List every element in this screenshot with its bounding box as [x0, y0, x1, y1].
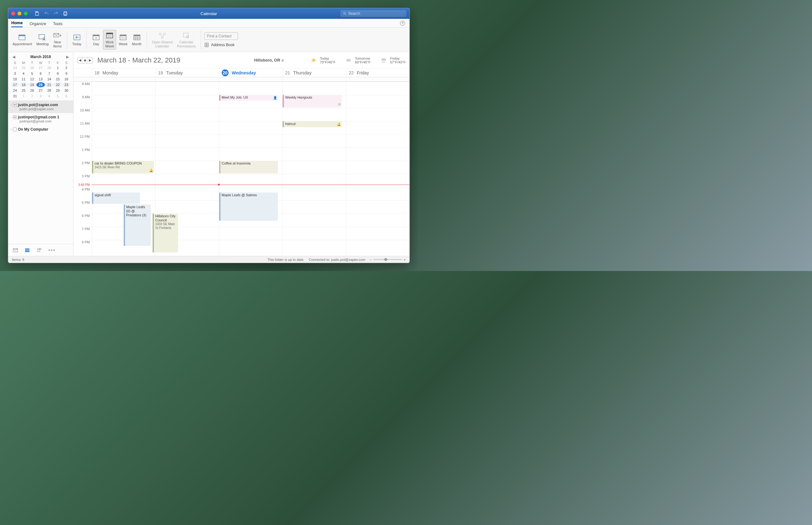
- maximize-window[interactable]: [24, 12, 28, 15]
- day-header[interactable]: 18Monday: [92, 69, 155, 77]
- mini-day[interactable]: 31: [11, 93, 19, 99]
- mini-day[interactable]: 29: [54, 88, 62, 93]
- tab-home[interactable]: Home: [11, 20, 22, 27]
- mini-day[interactable]: 8: [54, 71, 62, 76]
- calendar-event[interactable]: car to dealer BRING COUPON1415 SE River …: [92, 161, 154, 173]
- mini-day[interactable]: 13: [36, 77, 45, 81]
- tab-organize[interactable]: Organize: [30, 21, 46, 27]
- mini-day[interactable]: 6: [62, 93, 71, 99]
- weather-location[interactable]: Hillsboro, OR ⇵: [254, 58, 284, 62]
- next-month[interactable]: ▶: [66, 55, 69, 59]
- day-header[interactable]: 21Thursday: [282, 69, 346, 77]
- time-grid[interactable]: 8 AM9 AM10 AM11 AM12 PM1 PM2 PM3 PM4 PM5…: [74, 81, 409, 256]
- redo-icon[interactable]: [54, 11, 58, 16]
- mini-day[interactable]: 4: [45, 93, 54, 99]
- mini-day[interactable]: 1: [54, 65, 62, 70]
- mini-day[interactable]: 28: [45, 88, 54, 93]
- mini-day[interactable]: 2: [28, 93, 36, 99]
- day-column[interactable]: [346, 81, 409, 256]
- calendar-event[interactable]: Meet My Job: UX👤: [219, 95, 278, 101]
- mini-day[interactable]: 22: [54, 82, 62, 87]
- find-contact-input[interactable]: Find a Contact: [204, 32, 238, 40]
- mini-day[interactable]: 27: [36, 65, 45, 70]
- nav-prev[interactable]: ◀: [78, 58, 82, 63]
- mini-day[interactable]: 25: [19, 88, 28, 93]
- calendar-event[interactable]: haircut🔔: [283, 121, 341, 127]
- day-header[interactable]: 20Wednesday: [219, 69, 282, 77]
- day-column[interactable]: Meet My Job: UX👤Coffee at InsomniaMaple …: [219, 81, 282, 256]
- calendar-event[interactable]: Coffee at Insomnia: [219, 161, 278, 173]
- calendar-event[interactable]: Maple Leafs @ Sabres: [219, 193, 278, 221]
- day-view-button[interactable]: Day: [90, 32, 102, 47]
- mini-day[interactable]: 16: [62, 77, 71, 81]
- account-item[interactable]: › On My Computer: [8, 125, 73, 134]
- mini-day[interactable]: 12: [28, 77, 36, 81]
- day-column[interactable]: Weekly Hangouts⟳haircut🔔: [282, 81, 346, 256]
- mail-icon[interactable]: [13, 247, 18, 253]
- mini-day[interactable]: 11: [19, 77, 28, 81]
- mini-day[interactable]: 23: [62, 82, 71, 87]
- nav-today-diamond[interactable]: ◆: [82, 58, 88, 63]
- mini-day[interactable]: 26: [28, 65, 36, 70]
- zoom-in[interactable]: +: [404, 258, 406, 261]
- mini-day[interactable]: 9: [62, 71, 71, 76]
- new-items-button[interactable]: New Items: [51, 30, 64, 49]
- mini-day[interactable]: 27: [36, 88, 45, 93]
- day-header[interactable]: 19Tuesday: [155, 69, 219, 77]
- minimize-window[interactable]: [18, 12, 21, 15]
- calendar-event[interactable]: Maple Leafs (0) @ Predators (3): [124, 205, 151, 246]
- today-button[interactable]: Today: [70, 32, 83, 47]
- mini-day[interactable]: 14: [45, 77, 54, 81]
- day-column[interactable]: [155, 81, 219, 256]
- mini-day[interactable]: 5: [54, 93, 62, 99]
- print-icon[interactable]: [63, 11, 68, 16]
- week-view-button[interactable]: Week: [117, 32, 129, 47]
- mini-day[interactable]: 24: [11, 88, 19, 93]
- mini-day[interactable]: 6: [36, 71, 45, 76]
- mini-day[interactable]: 28: [45, 65, 54, 70]
- close-window[interactable]: [11, 12, 15, 15]
- mini-day[interactable]: 24: [11, 65, 19, 70]
- mini-day[interactable]: 5: [28, 71, 36, 76]
- calendar-icon[interactable]: [25, 247, 30, 253]
- weather-card[interactable]: Friday57°F/43°F: [380, 57, 406, 64]
- weather-card[interactable]: Today70°F/46°F: [310, 57, 336, 64]
- meeting-button[interactable]: Meeting: [34, 32, 50, 47]
- prev-month[interactable]: ◀: [13, 55, 15, 59]
- mini-day[interactable]: 25: [19, 65, 28, 70]
- mini-day[interactable]: 7: [45, 71, 54, 76]
- work-week-view-button[interactable]: Work Week: [103, 30, 116, 49]
- address-book-button[interactable]: Address Book: [204, 42, 238, 47]
- mini-day[interactable]: 20: [36, 82, 45, 87]
- mini-day[interactable]: 26: [28, 88, 36, 93]
- calendar-event[interactable]: Weekly Hangouts⟳: [283, 95, 341, 107]
- mini-day[interactable]: 30: [62, 88, 71, 93]
- mini-day[interactable]: 18: [19, 82, 28, 87]
- month-view-button[interactable]: Month: [130, 32, 144, 47]
- help-button[interactable]: ?: [400, 21, 405, 26]
- mini-day[interactable]: 2: [62, 65, 71, 70]
- appointment-button[interactable]: Appointment: [11, 32, 34, 47]
- day-header[interactable]: 22Friday: [346, 69, 409, 77]
- tab-tools[interactable]: Tools: [53, 21, 62, 27]
- save-icon[interactable]: [34, 11, 40, 16]
- account-item[interactable]: › justinpot@gmail.com 1justinpot@gmail.c…: [8, 113, 73, 125]
- nav-next[interactable]: ▶: [88, 58, 93, 63]
- people-icon[interactable]: [36, 247, 42, 253]
- search-box[interactable]: Search: [340, 10, 406, 17]
- mini-day[interactable]: 15: [54, 77, 62, 81]
- mini-day[interactable]: 1: [19, 93, 28, 99]
- zoom-out[interactable]: −: [370, 258, 372, 261]
- mini-day[interactable]: 17: [11, 82, 19, 87]
- zoom-control[interactable]: − +: [370, 258, 406, 261]
- mini-day[interactable]: 3: [11, 71, 19, 76]
- undo-icon[interactable]: [44, 11, 49, 16]
- mini-day[interactable]: 19: [28, 82, 36, 87]
- calendar-event[interactable]: signal shift: [92, 193, 140, 204]
- more-icon[interactable]: •••: [48, 247, 56, 253]
- mini-day[interactable]: 10: [11, 77, 19, 81]
- weather-card[interactable]: Tomorrow60°F/45°F: [345, 57, 371, 64]
- day-column[interactable]: car to dealer BRING COUPON1415 SE River …: [92, 81, 155, 256]
- mini-day[interactable]: 3: [36, 93, 45, 99]
- all-day-row[interactable]: [74, 77, 409, 81]
